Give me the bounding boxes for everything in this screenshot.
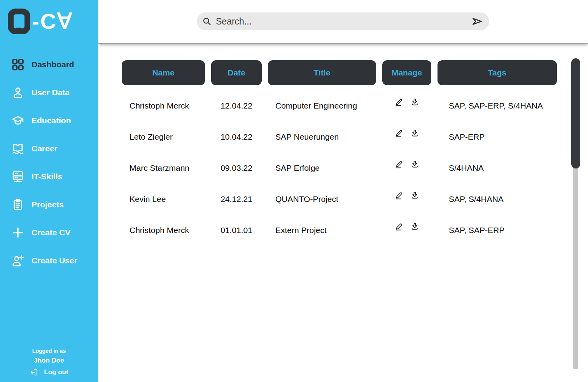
sidebar-item-label: Dashboard	[32, 60, 74, 69]
column-header-date[interactable]: Date	[211, 60, 262, 85]
cell-manage	[382, 98, 431, 107]
logo-text: -C∀	[32, 11, 73, 32]
cell-title: SAP Neuerungen	[268, 132, 376, 142]
download-icon	[410, 160, 419, 169]
edit-button[interactable]	[395, 98, 404, 107]
clipboard-icon	[12, 198, 24, 211]
app-logo[interactable]: -C∀	[8, 9, 73, 34]
plus-icon	[12, 226, 24, 239]
search-bar	[197, 12, 489, 30]
cell-title: QUANTO-Project	[268, 195, 376, 204]
download-button[interactable]	[410, 129, 419, 138]
logout-label: Log out	[44, 368, 68, 376]
sidebar-nav: Dashboard User Data Education	[0, 51, 98, 275]
edit-button[interactable]	[395, 129, 404, 138]
sidebar-item-label: Create User	[32, 256, 77, 265]
send-icon	[471, 16, 483, 27]
cell-manage	[382, 222, 431, 231]
cell-name: Christoph Merck	[122, 101, 205, 110]
table-row: Christoph Merck 12.04.22 Computer Engine…	[122, 90, 576, 121]
cell-name: Kevin Lee	[122, 195, 205, 204]
download-button[interactable]	[410, 222, 419, 231]
download-button[interactable]	[410, 160, 419, 169]
sidebar-item-label: Projects	[32, 200, 64, 209]
download-button[interactable]	[410, 98, 419, 107]
logout-icon	[30, 368, 38, 377]
sidebar-footer: Logged in as Jhon Doe Log out	[0, 348, 98, 377]
topbar	[98, 0, 588, 44]
cell-name: Marc Starzmann	[122, 163, 205, 173]
column-header-title[interactable]: Title	[268, 60, 376, 85]
sidebar-item-label: Create CV	[32, 228, 70, 237]
open-book-icon	[12, 142, 24, 155]
sidebar-item-dashboard[interactable]: Dashboard	[0, 51, 98, 79]
cell-date: 12.04.22	[211, 101, 262, 110]
cell-name: Leto Ziegler	[122, 132, 205, 142]
cell-tags: SAP, S/4HANA	[438, 195, 557, 204]
search-input[interactable]	[216, 16, 471, 27]
server-icon	[12, 170, 24, 183]
cell-manage	[382, 191, 431, 200]
edit-pencil-icon	[395, 98, 404, 107]
magnifier-icon	[202, 17, 212, 26]
table-row: Christoph Merck 01.01.01 Extern Project	[122, 215, 576, 246]
cell-title: SAP Erfolge	[268, 163, 376, 173]
cell-tags: S/4HANA	[438, 163, 557, 173]
cell-date: 24.12.21	[211, 195, 262, 204]
dashboard-grid-icon	[12, 58, 24, 71]
scrollbar-thumb[interactable]	[571, 58, 580, 168]
download-icon	[410, 129, 419, 138]
logged-in-username: Jhon Doe	[0, 357, 98, 364]
column-header-tags[interactable]: Tags	[438, 60, 557, 85]
graduation-cap-icon	[12, 114, 24, 127]
edit-pencil-icon	[395, 129, 404, 138]
cell-date: 01.01.01	[211, 226, 262, 235]
edit-button[interactable]	[395, 160, 404, 169]
cell-tags: SAP-ERP	[438, 132, 557, 142]
user-icon	[12, 86, 24, 99]
edit-pencil-icon	[395, 160, 404, 169]
cell-title: Computer Engineering	[268, 101, 376, 110]
sidebar-item-career[interactable]: Career	[0, 135, 98, 163]
edit-pencil-icon	[395, 191, 404, 200]
sidebar: -C∀ Dashboard User Data	[0, 0, 98, 382]
sidebar-item-education[interactable]: Education	[0, 107, 98, 135]
table-body: Christoph Merck 12.04.22 Computer Engine…	[98, 90, 576, 246]
column-header-name[interactable]: Name	[122, 60, 205, 85]
table-header-row: Name Date Title Manage Tags	[122, 60, 576, 85]
cell-title: Extern Project	[268, 226, 376, 235]
table-row: Kevin Lee 24.12.21 QUANTO-Project SA	[122, 184, 576, 215]
cell-manage	[382, 160, 431, 169]
cell-tags: SAP, SAP-ERP, S/4HANA	[438, 101, 557, 110]
table-row: Marc Starzmann 09.03.22 SAP Erfolge	[122, 152, 576, 184]
logout-button[interactable]: Log out	[0, 368, 98, 377]
download-icon	[410, 98, 419, 107]
sidebar-item-label: Education	[32, 116, 71, 125]
cell-date: 09.03.22	[211, 163, 262, 173]
edit-pencil-icon	[395, 222, 404, 231]
table-row: Leto Ziegler 10.04.22 SAP Neuerungen	[122, 121, 576, 152]
logged-in-as-label: Logged in as	[0, 348, 98, 354]
sidebar-item-label: Career	[32, 144, 58, 153]
sidebar-item-user-data[interactable]: User Data	[0, 79, 98, 107]
download-icon	[410, 191, 419, 200]
sidebar-item-it-skills[interactable]: IT-Skills	[0, 163, 98, 191]
logo-q-tail	[16, 28, 21, 34]
sidebar-item-create-cv[interactable]: Create CV	[0, 219, 98, 247]
column-header-manage[interactable]: Manage	[382, 60, 431, 85]
edit-button[interactable]	[395, 222, 404, 231]
cell-manage	[382, 129, 431, 138]
sidebar-item-projects[interactable]: Projects	[0, 191, 98, 219]
sidebar-item-create-user[interactable]: Create User	[0, 247, 98, 275]
search-submit-button[interactable]	[471, 16, 483, 27]
edit-button[interactable]	[395, 191, 404, 200]
cell-date: 10.04.22	[211, 132, 262, 142]
download-icon	[410, 222, 419, 231]
download-button[interactable]	[410, 191, 419, 200]
cell-name: Christoph Merck	[122, 226, 205, 235]
cell-tags: SAP, SAP-ERP	[438, 226, 557, 235]
cv-table: Name Date Title Manage Tags Christoph Me…	[98, 44, 576, 246]
sidebar-item-label: User Data	[32, 88, 70, 97]
user-plus-icon	[12, 254, 24, 267]
sidebar-item-label: IT-Skills	[32, 172, 62, 181]
